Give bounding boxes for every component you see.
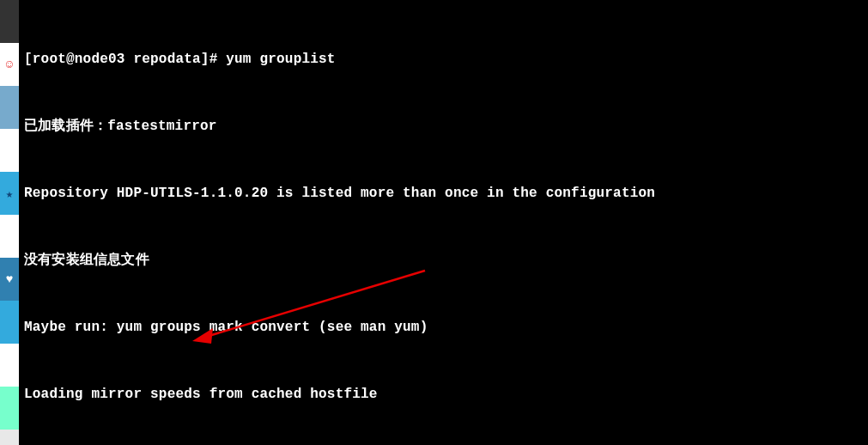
output-line: 没有安装组信息文件 <box>24 249 865 271</box>
output-line: Loading mirror speeds from cached hostfi… <box>24 383 865 405</box>
taskbar-icon-7[interactable]: ♥ <box>0 258 19 301</box>
taskbar: ☺ ★ ♥ <box>0 0 19 445</box>
taskbar-icon-3[interactable] <box>0 86 19 129</box>
taskbar-icon-5[interactable]: ★ <box>0 172 19 215</box>
output-line: Maybe run: yum groups mark convert (see … <box>24 316 865 338</box>
taskbar-icon-10[interactable] <box>0 387 19 430</box>
terminal-output[interactable]: [root@node03 repodata]# yum grouplist 已加… <box>19 0 868 445</box>
prompt-line: [root@node03 repodata]# yum grouplist <box>24 48 865 70</box>
taskbar-icon-9[interactable] <box>0 344 19 387</box>
taskbar-icon-2[interactable]: ☺ <box>0 43 19 86</box>
taskbar-icon-1[interactable] <box>0 0 19 43</box>
command-text: yum grouplist <box>226 52 335 67</box>
shell-prompt: [root@node03 repodata]# <box>24 52 226 67</box>
taskbar-icon-6[interactable] <box>0 215 19 258</box>
taskbar-icon-4[interactable] <box>0 129 19 172</box>
output-line: Repository HDP-UTILS-1.1.0.20 is listed … <box>24 182 865 204</box>
output-line: 已加载插件：fastestmirror <box>24 115 865 137</box>
taskbar-icon-8[interactable] <box>0 301 19 344</box>
